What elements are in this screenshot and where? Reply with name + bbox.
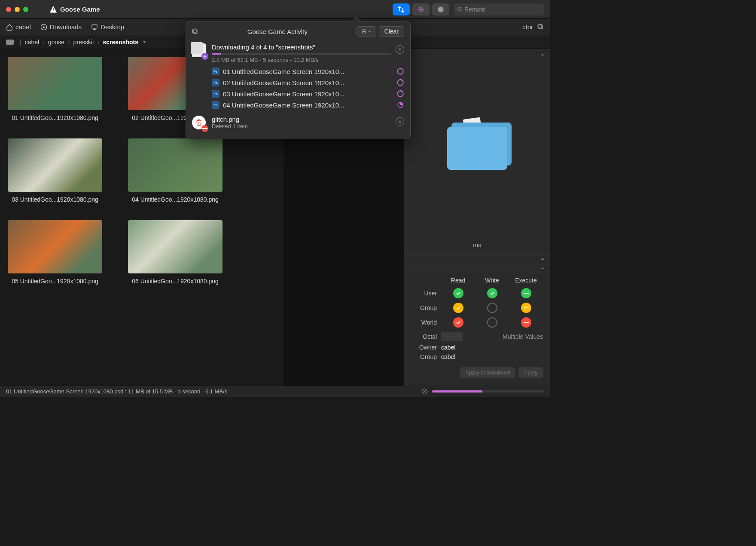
file-thumb[interactable]: 06 UntitledGoo...1920x1080.png: [128, 220, 223, 285]
octal-input[interactable]: ---: [441, 332, 463, 341]
psd-icon: Ps: [212, 101, 219, 109]
svg-rect-4: [92, 25, 97, 28]
status-bar: 01 UntitledGooseGame Screen 1920x1080.ps…: [0, 386, 550, 397]
progress-icon: [396, 67, 404, 75]
minimize-window[interactable]: [15, 7, 20, 12]
psd-icon: Ps: [212, 67, 219, 75]
task-status: 2.8 MB of 62.1 MB - 5 seconds - 10.2 MB/…: [212, 57, 391, 63]
inspector-preview: [404, 49, 550, 239]
perm-user-write[interactable]: [487, 288, 497, 298]
perm-user-execute[interactable]: [521, 288, 531, 298]
chevron-down-icon: [368, 30, 372, 34]
status-progress: [432, 390, 544, 393]
inspector-panel: ms Read Write Execute User Group: [404, 49, 550, 386]
transfer-file[interactable]: Ps 02 UntitledGooseGame Screen 1920x10..…: [186, 77, 410, 88]
transfer-file[interactable]: Ps 01 UntitledGooseGame Screen 1920x10..…: [186, 66, 410, 77]
popout-icon[interactable]: [537, 24, 544, 30]
inspector-label: ctor: [522, 23, 533, 31]
perm-world-read[interactable]: [453, 317, 463, 328]
group-value[interactable]: cabel: [441, 353, 455, 360]
progress-icon: [396, 101, 404, 109]
task-progress: [212, 53, 391, 55]
title-text: Goose Game: [60, 6, 100, 13]
home-icon: [6, 24, 13, 31]
titlebar: Goose Game Remote: [0, 0, 550, 19]
perm-world-write[interactable]: [487, 317, 497, 328]
psd-icon: Ps: [212, 79, 219, 86]
search-placeholder: Remote: [464, 6, 485, 13]
download-icon: [40, 24, 47, 31]
activity-popover: Goose Game Activity Clear Downloading 4 …: [186, 21, 411, 139]
window-controls: [6, 7, 28, 12]
popover-title: Goose Game Activity: [198, 28, 357, 35]
svg-point-10: [363, 31, 364, 32]
folder-icon: [443, 118, 512, 170]
svg-point-2: [458, 7, 461, 11]
status-cancel[interactable]: [421, 388, 428, 395]
activity-menu[interactable]: [357, 26, 376, 37]
transfer-file[interactable]: Ps 04 UntitledGooseGame Screen 1920x10..…: [186, 99, 410, 110]
download-badge-icon: [201, 53, 208, 60]
gear-icon: [361, 29, 367, 34]
collapse-icon[interactable]: [540, 52, 546, 58]
collapse-icon[interactable]: [540, 256, 546, 262]
warning-icon: [50, 6, 57, 13]
transfer-file[interactable]: Ps 03 UntitledGooseGame Screen 1920x10..…: [186, 88, 410, 99]
file-thumb[interactable]: 01 UntitledGoo...1920x1080.png: [8, 57, 102, 121]
delete-task: glitch.png Deleted 1 item: [186, 113, 410, 134]
file-thumb[interactable]: 04 UntitledGoo...1920x1080.png: [128, 138, 223, 203]
status-progress-fill: [432, 390, 482, 393]
psd-icon: Ps: [212, 90, 219, 98]
disk-icon[interactable]: [6, 40, 14, 45]
popout-icon[interactable]: [192, 28, 198, 35]
info-button[interactable]: [432, 3, 449, 15]
path-seg-2[interactable]: presskit: [73, 39, 94, 46]
perm-group-execute[interactable]: [521, 303, 531, 313]
collapse-icon[interactable]: [540, 265, 546, 271]
perm-row-group: Group: [411, 303, 543, 313]
file-thumb[interactable]: 03 UntitledGoo...1920x1080.png: [8, 138, 102, 203]
close-window[interactable]: [6, 7, 11, 12]
apply-button[interactable]: Apply: [518, 367, 543, 378]
fav-downloads[interactable]: Downloads: [40, 23, 82, 31]
desktop-icon: [91, 24, 98, 31]
perm-user-read[interactable]: [453, 288, 463, 298]
fav-desktop[interactable]: Desktop: [91, 23, 124, 31]
clear-button[interactable]: Clear: [379, 26, 404, 37]
delete-badge-icon: [201, 125, 208, 132]
search-icon: [457, 6, 463, 12]
chevron-down-icon[interactable]: [142, 40, 147, 45]
progress-icon: [396, 79, 404, 86]
progress-icon: [396, 90, 404, 98]
fav-home[interactable]: cabel: [6, 23, 31, 31]
file-thumb[interactable]: 05 UntitledGoo...1920x1080.png: [8, 220, 102, 285]
perm-world-execute[interactable]: [521, 317, 531, 328]
task-title: glitch.png: [212, 116, 391, 123]
activity-button[interactable]: [393, 3, 410, 15]
search-input[interactable]: Remote: [454, 3, 544, 15]
apply-enclosed-button[interactable]: Apply to Enclosed: [460, 367, 515, 378]
selection-count: ms: [404, 239, 550, 255]
status-text: 01 UntitledGooseGame Screen 1920x1080.ps…: [6, 388, 227, 395]
sync-button[interactable]: [412, 3, 430, 15]
path-seg-1[interactable]: goose: [48, 39, 64, 46]
task-status: Deleted 1 item: [212, 123, 391, 129]
owner-value[interactable]: cabel: [441, 344, 455, 351]
perm-group-read[interactable]: [453, 303, 463, 313]
cancel-task[interactable]: [396, 45, 404, 54]
svg-point-0: [420, 8, 422, 10]
path-seg-0[interactable]: cabel: [25, 39, 39, 46]
perm-group-write[interactable]: [487, 303, 497, 313]
permissions-section: Read Write Execute User Group World: [404, 273, 550, 386]
svg-point-1: [438, 6, 443, 12]
download-task: Downloading 4 of 4 to "screenshots" 2.8 …: [186, 41, 410, 66]
window-title: Goose Game: [50, 6, 100, 13]
perm-row-world: World: [411, 317, 543, 328]
dismiss-task[interactable]: [396, 117, 404, 126]
zoom-window[interactable]: [23, 7, 28, 12]
perm-row-user: User: [411, 288, 543, 298]
task-title: Downloading 4 of 4 to "screenshots": [212, 43, 391, 51]
path-current[interactable]: screenshots: [103, 39, 138, 46]
